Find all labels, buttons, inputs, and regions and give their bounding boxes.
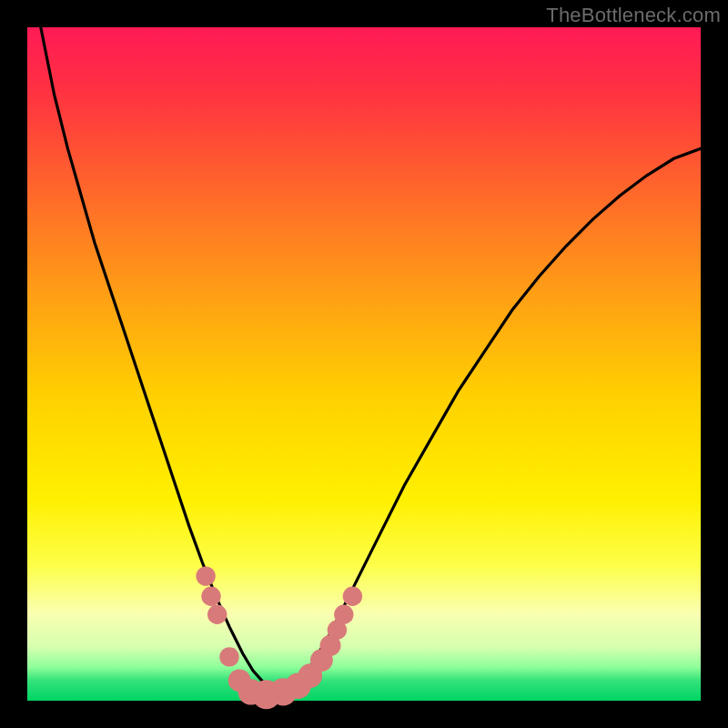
watermark-text: TheBottleneck.com: [546, 4, 721, 27]
data-marker: [201, 587, 220, 606]
chart-frame: TheBottleneck.com: [0, 0, 728, 728]
chart-svg: [27, 27, 701, 701]
data-marker: [219, 647, 238, 666]
data-marker: [196, 566, 215, 585]
data-marker: [207, 605, 227, 624]
data-marker: [343, 587, 362, 606]
plot-area: [27, 27, 701, 701]
marker-group: [196, 566, 362, 709]
bottleneck-curve: [27, 0, 701, 691]
data-marker: [334, 605, 353, 624]
